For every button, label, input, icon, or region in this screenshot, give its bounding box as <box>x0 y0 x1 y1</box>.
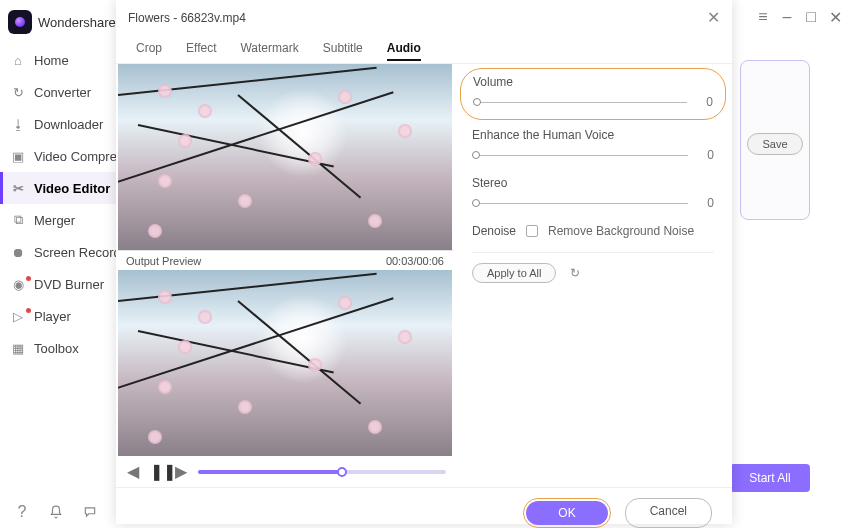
output-preview-bar: Output Preview 00:03/00:06 <box>118 250 454 270</box>
volume-label: Volume <box>473 75 713 89</box>
sidebar-item-player[interactable]: ▷ Player <box>0 300 118 332</box>
right-panel: Save <box>740 60 810 220</box>
dialog-tabs: Crop Effect Watermark Subtitle Audio <box>116 31 732 64</box>
tab-audio[interactable]: Audio <box>387 37 421 61</box>
volume-value: 0 <box>699 95 713 109</box>
tab-crop[interactable]: Crop <box>136 37 162 61</box>
stereo-label: Stereo <box>472 176 714 190</box>
sidebar-item-label: DVD Burner <box>34 277 104 292</box>
sidebar-item-video-editor[interactable]: ✂ Video Editor <box>0 172 118 204</box>
sidebar-item-home[interactable]: ⌂ Home <box>0 44 118 76</box>
sidebar-item-label: Video Compre <box>34 149 117 164</box>
progress-thumb[interactable] <box>337 467 347 477</box>
stereo-slider[interactable] <box>472 203 688 204</box>
step-back-icon[interactable]: ◀ <box>126 462 140 481</box>
scissors-icon: ✂ <box>10 180 26 196</box>
denoise-checkbox[interactable] <box>526 225 538 237</box>
tab-subtitle[interactable]: Subtitle <box>323 37 363 61</box>
pause-icon[interactable]: ❚❚ <box>150 462 164 481</box>
enhance-slider[interactable] <box>472 155 688 156</box>
dvd-icon: ◉ <box>10 276 26 292</box>
volume-slider[interactable] <box>473 102 687 103</box>
app-logo-icon <box>8 10 32 34</box>
slider-thumb[interactable] <box>472 151 480 159</box>
dialog-body: Output Preview 00:03/00:06 ◀ ❚❚ ▶ Volume <box>116 64 732 487</box>
bell-icon[interactable] <box>48 504 64 520</box>
denoise-label: Denoise <box>472 224 516 238</box>
sidebar-item-merger[interactable]: ⧉ Merger <box>0 204 118 236</box>
slider-thumb[interactable] <box>472 199 480 207</box>
preview-time: 00:03/00:06 <box>386 255 444 267</box>
sidebar-item-video-compress[interactable]: ▣ Video Compre <box>0 140 118 172</box>
play-icon: ▷ <box>10 308 26 324</box>
dialog-preview-column: Output Preview 00:03/00:06 ◀ ❚❚ ▶ <box>116 64 454 487</box>
dialog-header: Flowers - 66823v.mp4 ✕ <box>116 0 732 31</box>
reset-icon[interactable]: ↻ <box>570 266 580 280</box>
convert-icon: ↻ <box>10 84 26 100</box>
tab-watermark[interactable]: Watermark <box>240 37 298 61</box>
maximize-icon[interactable]: □ <box>804 8 818 27</box>
dialog-close-icon[interactable]: ✕ <box>707 8 720 27</box>
denoise-option-label: Remove Background Noise <box>548 224 694 238</box>
sidebar-item-dvd-burner[interactable]: ◉ DVD Burner <box>0 268 118 300</box>
notification-dot-icon <box>26 276 31 281</box>
stereo-group: Stereo 0 <box>472 176 714 210</box>
ok-button[interactable]: OK <box>526 501 607 525</box>
step-forward-icon[interactable]: ▶ <box>174 462 188 481</box>
audio-panel: Volume 0 Enhance the Human Voice 0 Stere… <box>454 64 732 487</box>
sidebar-item-label: Home <box>34 53 69 68</box>
enhance-group: Enhance the Human Voice 0 <box>472 128 714 162</box>
start-all-button[interactable]: Start All <box>730 464 810 492</box>
sidebar-item-label: Screen Recorde <box>34 245 128 260</box>
sidebar-item-converter[interactable]: ↻ Converter <box>0 76 118 108</box>
footer-icons: ? <box>14 504 98 520</box>
volume-group: Volume 0 <box>460 68 726 120</box>
apply-row: Apply to All ↻ <box>472 263 714 283</box>
enhance-value: 0 <box>700 148 714 162</box>
sidebar-item-label: Toolbox <box>34 341 79 356</box>
sidebar-item-label: Merger <box>34 213 75 228</box>
ok-highlight: OK <box>523 498 610 528</box>
slider-thumb[interactable] <box>473 98 481 106</box>
download-icon: ⭳ <box>10 116 26 132</box>
sidebar-item-label: Converter <box>34 85 91 100</box>
output-preview-label: Output Preview <box>126 255 201 267</box>
toolbox-icon: ▦ <box>10 340 26 356</box>
sidebar-item-label: Player <box>34 309 71 324</box>
progress-fill <box>198 470 342 474</box>
sidebar-item-toolbox[interactable]: ▦ Toolbox <box>0 332 118 364</box>
window-controls: ≡ – □ ✕ <box>756 8 842 27</box>
playback-progress[interactable] <box>198 470 446 474</box>
app-name: Wondershare <box>38 15 116 30</box>
hamburger-icon[interactable]: ≡ <box>756 8 770 27</box>
stereo-value: 0 <box>700 196 714 210</box>
tab-effect[interactable]: Effect <box>186 37 216 61</box>
minimize-icon[interactable]: – <box>780 8 794 27</box>
sidebar-item-screen-recorder[interactable]: ⏺ Screen Recorde <box>0 236 118 268</box>
source-preview <box>118 64 452 250</box>
save-button[interactable]: Save <box>747 133 803 155</box>
enhance-label: Enhance the Human Voice <box>472 128 714 142</box>
denoise-row: Denoise Remove Background Noise <box>472 224 714 238</box>
compress-icon: ▣ <box>10 148 26 164</box>
close-icon[interactable]: ✕ <box>828 8 842 27</box>
dialog-title: Flowers - 66823v.mp4 <box>128 11 246 25</box>
sidebar-item-downloader[interactable]: ⭳ Downloader <box>0 108 118 140</box>
dialog-footer: OK Cancel <box>116 487 732 528</box>
sidebar-item-label: Video Editor <box>34 181 110 196</box>
chat-icon[interactable] <box>82 504 98 520</box>
cancel-button[interactable]: Cancel <box>625 498 712 528</box>
sidebar: ⌂ Home ↻ Converter ⭳ Downloader ▣ Video … <box>0 44 118 364</box>
home-icon: ⌂ <box>10 52 26 68</box>
apply-to-all-button[interactable]: Apply to All <box>472 263 556 283</box>
app-logo: Wondershare <box>8 10 116 34</box>
edit-dialog: Flowers - 66823v.mp4 ✕ Crop Effect Water… <box>116 0 732 524</box>
sidebar-item-label: Downloader <box>34 117 103 132</box>
playback-controls: ◀ ❚❚ ▶ <box>118 456 454 487</box>
help-icon[interactable]: ? <box>14 504 30 520</box>
divider <box>472 252 714 253</box>
notification-dot-icon <box>26 308 31 313</box>
output-preview <box>118 270 452 456</box>
record-icon: ⏺ <box>10 244 26 260</box>
merge-icon: ⧉ <box>10 212 26 228</box>
